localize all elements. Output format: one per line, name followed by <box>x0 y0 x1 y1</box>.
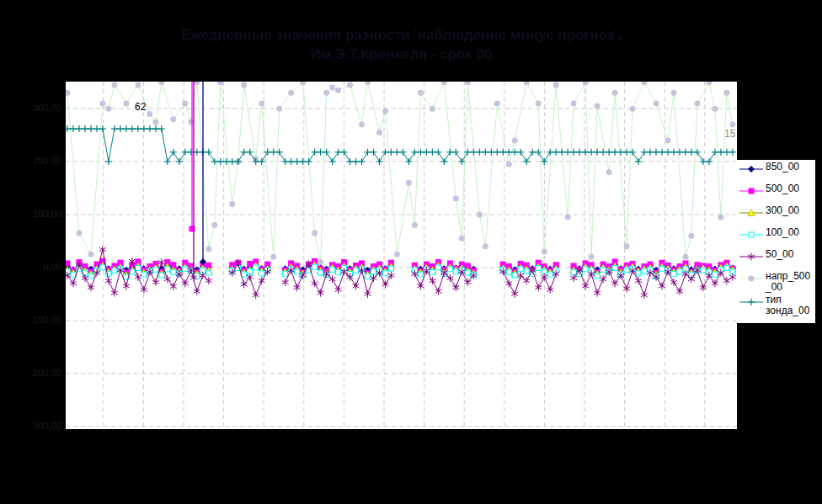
legend-key-opensquare-icon <box>739 230 764 241</box>
data-label-sonde-type-15: 15 <box>724 128 735 140</box>
chart-title-line2: Им.Э.Т.Кренкеля - срок 00 <box>66 45 737 64</box>
y-axis-tick-label: -100,00 <box>11 315 61 325</box>
series-тип зонда_00 <box>66 125 736 165</box>
legend-key-star-icon <box>739 252 764 263</box>
legend-label: 850_00 <box>764 162 799 172</box>
legend-key-circle-icon <box>739 273 764 284</box>
data-label-sonde-type-62: 62 <box>135 101 146 113</box>
plot-area <box>66 82 737 429</box>
legend-key-square-icon <box>739 186 764 197</box>
offscale-spike-850_00 <box>200 82 206 265</box>
legend-item-300_00: 300_00 <box>739 205 814 227</box>
y-axis-tick-label: 0,00 <box>11 262 61 272</box>
legend-key-triangle-icon <box>739 208 764 219</box>
offscale-spike-50_00 <box>190 82 197 282</box>
legend-item-100_00: 100_00 <box>739 227 814 249</box>
legend-label: напр_500_00 <box>764 271 810 293</box>
chart-canvas: Ежедневные значения разности 'наблюдение… <box>0 0 822 504</box>
chart-title: Ежедневные значения разности 'наблюдение… <box>66 25 737 64</box>
plot-svg <box>66 82 737 429</box>
legend-item-тип зонда_00: типзонда_00 <box>739 294 814 318</box>
legend-item-напр_500_00: напр_500_00 <box>739 271 814 294</box>
series-50_00 <box>66 246 736 299</box>
legend-key-diamond-icon <box>739 164 764 175</box>
legend-key-plus-icon <box>739 297 764 308</box>
series-напр_500_00 <box>66 82 735 265</box>
legend-label: 100_00 <box>764 227 799 238</box>
legend: 850_00500_00300_00100_0050_00напр_500_00… <box>736 160 815 323</box>
legend-item-500_00: 500_00 <box>739 183 814 205</box>
legend-item-850_00: 850_00 <box>739 162 814 183</box>
legend-item-50_00: 50_00 <box>739 249 814 271</box>
chart-title-line1: Ежедневные значения разности 'наблюдение… <box>66 25 737 45</box>
y-axis-tick-label: 300,00 <box>11 103 61 113</box>
legend-label: 50_00 <box>764 249 793 260</box>
legend-label: 300_00 <box>764 205 799 216</box>
y-axis-tick-label: 200,00 <box>11 156 61 166</box>
y-axis-tick-label: -200,00 <box>11 368 61 378</box>
y-axis-tick-label: 100,00 <box>11 209 61 219</box>
legend-label: 500_00 <box>764 183 799 194</box>
legend-label: типзонда_00 <box>764 294 809 316</box>
y-axis-tick-label: -300,00 <box>11 421 61 431</box>
